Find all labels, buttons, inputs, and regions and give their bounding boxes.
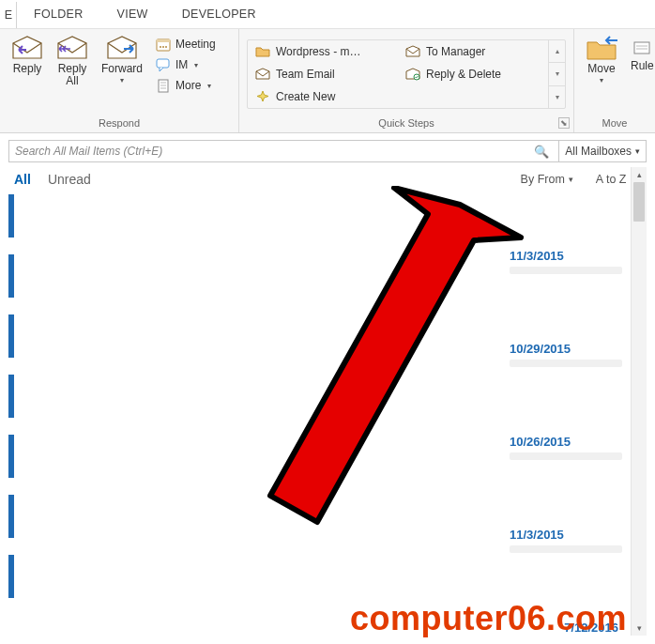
svg-point-4 bbox=[165, 46, 167, 48]
tab-folder[interactable]: FOLDER bbox=[17, 2, 100, 28]
quick-step-item[interactable]: Team Email bbox=[248, 63, 398, 85]
dialog-launcher-icon[interactable]: ⬊ bbox=[558, 117, 570, 129]
mail-list-panel: Search All Mail Items (Ctrl+E) 🔍 All Mai… bbox=[0, 133, 655, 636]
svg-point-3 bbox=[162, 46, 164, 48]
forward-icon bbox=[106, 35, 138, 61]
rules-button[interactable]: Rule bbox=[627, 38, 655, 74]
quick-step-item[interactable]: Wordpress - m… bbox=[248, 40, 398, 63]
scrollbar-vertical[interactable]: ▴ ▾ bbox=[631, 167, 647, 636]
reply-delete-icon bbox=[405, 67, 420, 82]
folder-icon bbox=[255, 44, 270, 59]
search-placeholder: Search All Mail Items (Ctrl+E) bbox=[15, 145, 162, 158]
calendar-icon bbox=[156, 37, 171, 52]
message-date: 10/29/2015 bbox=[510, 342, 622, 356]
chevron-down-icon: ▾ bbox=[207, 82, 211, 90]
chevron-down-icon: ▾ bbox=[120, 78, 124, 84]
search-input[interactable]: Search All Mail Items (Ctrl+E) 🔍 bbox=[8, 140, 559, 162]
chevron-up-icon[interactable]: ▴ bbox=[549, 40, 565, 63]
svg-rect-5 bbox=[157, 59, 169, 68]
unread-indicators bbox=[8, 194, 16, 615]
gallery-more-icon[interactable]: ▾ bbox=[549, 86, 565, 108]
forward-button[interactable]: Forward ▾ bbox=[98, 33, 146, 84]
reply-button[interactable]: Reply bbox=[8, 33, 47, 75]
sort-by-dropdown[interactable]: By From ▾ bbox=[521, 173, 579, 186]
quick-step-item[interactable]: To Manager bbox=[398, 40, 548, 63]
tab-home-cut[interactable]: E bbox=[0, 2, 17, 28]
tab-developer[interactable]: DEVELOPER bbox=[165, 2, 273, 28]
reply-icon bbox=[11, 35, 43, 61]
sparkle-icon bbox=[255, 89, 270, 104]
svg-rect-11 bbox=[634, 42, 649, 54]
menu-tabs: E FOLDER VIEW DEVELOPER bbox=[0, 0, 655, 28]
chevron-down-icon: ▾ bbox=[194, 61, 198, 69]
chevron-down-icon: ▾ bbox=[600, 78, 603, 84]
quick-step-empty bbox=[398, 85, 548, 108]
scroll-up-icon[interactable]: ▴ bbox=[632, 167, 647, 182]
more-respond-button[interactable]: More ▾ bbox=[152, 76, 220, 95]
reply-all-icon bbox=[56, 35, 88, 61]
team-email-icon bbox=[255, 67, 270, 82]
chevron-down-icon: ▾ bbox=[569, 175, 573, 184]
chevron-down-icon: ▾ bbox=[635, 146, 640, 156]
move-folder-icon bbox=[586, 35, 617, 61]
message-date: 11/3/2015 bbox=[510, 528, 622, 542]
rules-icon bbox=[632, 40, 651, 59]
group-label-respond: Respond bbox=[0, 115, 238, 132]
quick-steps-gallery[interactable]: Wordpress - m… To Manager Team Email Rep… bbox=[247, 39, 566, 109]
svg-rect-1 bbox=[157, 39, 170, 42]
chat-icon bbox=[156, 57, 171, 72]
quick-step-item[interactable]: Reply & Delete bbox=[398, 63, 548, 85]
gallery-scroll[interactable]: ▴ ▾ ▾ bbox=[548, 40, 565, 108]
to-manager-icon bbox=[405, 44, 420, 59]
move-button[interactable]: Move ▾ bbox=[582, 33, 621, 84]
ribbon: Reply Reply All Forward ▾ bbox=[0, 28, 655, 133]
reply-all-button[interactable]: Reply All bbox=[53, 33, 92, 87]
page-icon bbox=[156, 78, 171, 93]
filter-all[interactable]: All bbox=[14, 172, 31, 187]
search-scope-dropdown[interactable]: All Mailboxes ▾ bbox=[559, 140, 647, 162]
message-list[interactable]: 11/3/2015 10/29/2015 10/26/2015 11/3/201… bbox=[8, 194, 647, 636]
watermark-text: computer06.com bbox=[350, 599, 655, 638]
meeting-button[interactable]: Meeting bbox=[152, 35, 220, 54]
scroll-track[interactable] bbox=[632, 182, 647, 621]
scroll-thumb[interactable] bbox=[633, 182, 645, 222]
quick-step-item[interactable]: Create New bbox=[248, 85, 398, 108]
im-button[interactable]: IM ▾ bbox=[152, 55, 220, 74]
chevron-down-icon[interactable]: ▾ bbox=[549, 63, 565, 85]
message-date: 10/26/2015 bbox=[510, 435, 622, 449]
group-label-move: Move bbox=[574, 115, 655, 132]
message-date: 11/3/2015 bbox=[510, 249, 622, 263]
search-icon[interactable]: 🔍 bbox=[530, 145, 553, 159]
group-label-quicksteps: Quick Steps ⬊ bbox=[239, 115, 573, 132]
svg-point-2 bbox=[160, 46, 161, 48]
tab-view[interactable]: VIEW bbox=[100, 2, 165, 28]
filter-unread[interactable]: Unread bbox=[48, 172, 91, 187]
